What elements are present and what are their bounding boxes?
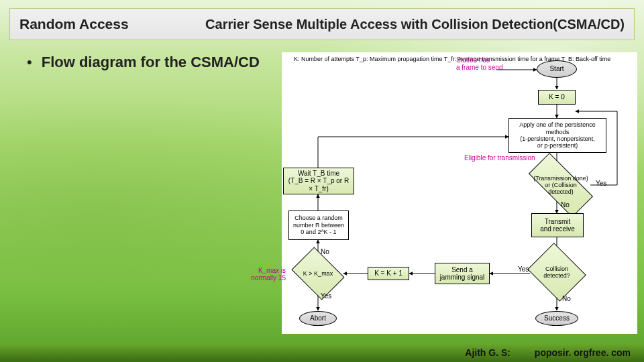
annot-eligible: Eligible for transmission xyxy=(464,154,535,162)
label-yes-3: Yes xyxy=(321,292,331,300)
node-k0: K = 0 xyxy=(538,90,576,105)
node-kinc: K = K + 1 xyxy=(368,267,409,280)
label-no-2: No xyxy=(321,248,329,255)
node-jamming: Send a jamming signal xyxy=(435,263,490,284)
node-success: Success xyxy=(535,311,578,326)
label-no-1: No xyxy=(561,201,570,208)
slide-bullet: Flow diagram for the CSMA/CD xyxy=(27,54,644,71)
label-no-3: No xyxy=(562,295,571,302)
node-tx-recv: Transmit and receive xyxy=(531,213,584,237)
title-banner: Random Access Carrier Sense Multiple Acc… xyxy=(9,8,635,40)
flowchart: K: Number of attempts T_p: Maximum propa… xyxy=(282,52,637,334)
node-kgt: K > K_max xyxy=(297,257,339,290)
banner-left: Random Access xyxy=(10,16,129,32)
node-choose: Choose a random number R between 0 and 2… xyxy=(288,210,349,240)
label-yes-1: Yes xyxy=(596,180,606,187)
node-abort: Abort xyxy=(299,311,337,326)
node-collision: Collision detected? xyxy=(534,253,580,291)
node-tx-done: (Transmission done) or (Collision detect… xyxy=(530,170,592,200)
footer-author: Ajith G. S: xyxy=(465,347,511,358)
label-yes-2: Yes xyxy=(518,265,529,273)
annot-kmax: K_max is normally 15 xyxy=(246,267,286,282)
footer-site: poposir. orgfree. com xyxy=(535,347,631,358)
footer: Ajith G. S: poposir. orgfree. com xyxy=(465,347,631,358)
node-wait: Wait T_B time (T_B = R × T_p or R × T_fr… xyxy=(283,168,354,194)
node-persist: Apply one of the persistence methods (1-… xyxy=(508,118,606,153)
banner-right: Carrier Sense Multiple Access with Colli… xyxy=(205,17,634,32)
